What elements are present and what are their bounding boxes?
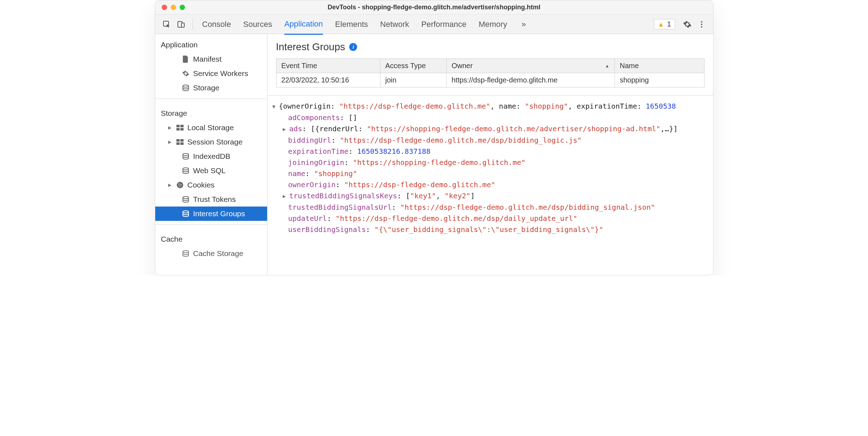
tab-application[interactable]: Application: [284, 14, 323, 35]
svg-rect-10: [180, 128, 184, 131]
expand-icon[interactable]: ▶: [283, 191, 289, 202]
sidebar-item-storage[interactable]: Storage: [155, 81, 267, 95]
sidebar-section-cache: Cache: [155, 228, 267, 246]
svg-point-23: [183, 251, 189, 253]
svg-rect-9: [176, 128, 180, 131]
db-icon: [182, 250, 190, 257]
table-header-row: Event Time Access Type Owner▲ Name: [276, 59, 704, 73]
warning-icon: ▲: [658, 21, 664, 28]
table-row[interactable]: 22/03/2022, 10:50:16 join https://dsp-fl…: [276, 73, 704, 87]
tree-prop-trustedbiddingsignalsurl[interactable]: trustedBiddingSignalsUrl: "https://dsp-f…: [272, 202, 712, 213]
db-icon: [182, 195, 190, 203]
svg-point-6: [183, 85, 189, 87]
sidebar-item-indexeddb[interactable]: IndexedDB: [155, 149, 267, 164]
tree-prop-updateurl[interactable]: updateUrl: "https://dsp-fledge-demo.glit…: [272, 213, 712, 224]
cell-owner: https://dsp-fledge-demo.glitch.me: [446, 73, 615, 87]
svg-point-17: [177, 182, 183, 188]
tree-prop-name[interactable]: name: "shopping": [272, 168, 712, 179]
panel-tabs: Console Sources Application Elements Net…: [202, 14, 528, 34]
sidebar-item-cache-storage[interactable]: Cache Storage: [155, 246, 267, 261]
expand-icon[interactable]: ▶: [167, 139, 172, 144]
device-toolbar-button[interactable]: [174, 17, 188, 32]
sidebar-item-label: Web SQL: [193, 166, 226, 175]
devtools-window: DevTools - shopping-fledge-demo.glitch.m…: [155, 0, 713, 275]
sidebar-item-label: Cache Storage: [193, 249, 243, 258]
tab-network[interactable]: Network: [380, 15, 409, 34]
tree-prop-trustedbiddingsignalskeys[interactable]: ▶trustedBiddingSignalsKeys: ["key1", "ke…: [272, 190, 712, 202]
tab-performance[interactable]: Performance: [421, 15, 466, 34]
events-table: Event Time Access Type Owner▲ Name 22/03…: [276, 58, 705, 87]
tree-prop-biddingurl[interactable]: biddingUrl: "https://dsp-fledge-demo.gli…: [272, 135, 712, 146]
sidebar-item-session-storage[interactable]: ▶ Session Storage: [155, 135, 267, 149]
kebab-menu-button[interactable]: [694, 17, 709, 32]
svg-rect-12: [180, 139, 184, 142]
application-sidebar: Application Manifest Service Workers: [155, 34, 267, 275]
main-toolbar: Console Sources Application Elements Net…: [155, 15, 713, 34]
svg-point-4: [701, 24, 702, 25]
gear-icon: [182, 70, 190, 77]
tab-sources[interactable]: Sources: [243, 15, 272, 34]
tree-root[interactable]: ▼{ownerOrigin: "https://dsp-fledge-demo.…: [272, 101, 712, 112]
sidebar-item-label: Storage: [193, 84, 220, 92]
tab-elements[interactable]: Elements: [335, 15, 368, 34]
inspect-element-button[interactable]: [160, 17, 174, 32]
svg-point-19: [180, 184, 181, 185]
tree-prop-userbiddingsignals[interactable]: userBiddingSignals: "{\"user_bidding_sig…: [272, 224, 712, 235]
sidebar-item-trust-tokens[interactable]: Trust Tokens: [155, 192, 267, 207]
svg-point-21: [183, 196, 189, 199]
sidebar-item-label: Session Storage: [188, 138, 243, 146]
sidebar-item-manifest[interactable]: Manifest: [155, 52, 267, 66]
warning-count: 1: [667, 20, 671, 28]
svg-rect-2: [181, 23, 184, 27]
tree-prop-joiningorigin[interactable]: joiningOrigin: "https://shopping-fledge-…: [272, 157, 712, 168]
col-name[interactable]: Name: [615, 59, 704, 73]
info-icon[interactable]: i: [349, 43, 357, 51]
panel-body: Application Manifest Service Workers: [155, 34, 713, 275]
expand-icon[interactable]: ▶: [283, 124, 289, 135]
tab-console[interactable]: Console: [202, 15, 231, 34]
grid-icon: [176, 124, 184, 132]
sidebar-item-label: Local Storage: [188, 123, 234, 132]
settings-button[interactable]: [680, 17, 694, 32]
sidebar-item-cookies[interactable]: ▶ Cookies: [155, 178, 267, 192]
sidebar-section-storage: Storage: [155, 103, 267, 120]
sidebar-item-local-storage[interactable]: ▶ Local Storage: [155, 120, 267, 135]
sidebar-item-interest-groups[interactable]: Interest Groups: [155, 207, 267, 221]
svg-rect-14: [180, 142, 184, 145]
expand-icon[interactable]: ▶: [167, 125, 172, 130]
svg-point-5: [701, 26, 702, 28]
cell-name: shopping: [615, 73, 704, 87]
main-panel: Interest Groups i Event Time Access Type…: [267, 34, 713, 275]
svg-rect-7: [176, 125, 180, 127]
expand-icon[interactable]: ▶: [167, 183, 172, 188]
warnings-badge[interactable]: ▲ 1: [654, 19, 675, 29]
tree-prop-ads[interactable]: ▶ads: [{renderUrl: "https://shopping-fle…: [272, 123, 712, 135]
db-icon: [182, 152, 190, 160]
collapse-icon[interactable]: ▼: [272, 101, 279, 112]
object-detail-tree[interactable]: ▼{ownerOrigin: "https://dsp-fledge-demo.…: [267, 95, 713, 275]
sidebar-item-websql[interactable]: Web SQL: [155, 164, 267, 178]
toolbar-divider: [193, 19, 193, 30]
sidebar-item-service-workers[interactable]: Service Workers: [155, 66, 267, 81]
sidebar-item-label: Manifest: [193, 55, 222, 63]
tree-prop-ownerorigin[interactable]: ownerOrigin: "https://dsp-fledge-demo.gl…: [272, 179, 712, 190]
grid-icon: [176, 138, 184, 146]
cookie-icon: [176, 181, 184, 189]
col-event-time[interactable]: Event Time: [276, 59, 380, 73]
sidebar-item-label: Cookies: [188, 181, 215, 189]
tree-prop-expirationtime[interactable]: expirationTime: 1650538216.837188: [272, 146, 712, 157]
tab-memory[interactable]: Memory: [479, 15, 507, 34]
panel-heading: Interest Groups i: [267, 34, 713, 58]
window-title: DevTools - shopping-fledge-demo.glitch.m…: [155, 4, 713, 11]
tree-prop-adcomponents[interactable]: adComponents: []: [272, 112, 712, 123]
col-access-type[interactable]: Access Type: [380, 59, 446, 73]
db-icon: [182, 167, 190, 175]
cell-event-time: 22/03/2022, 10:50:16: [276, 73, 380, 87]
svg-point-22: [183, 211, 189, 213]
svg-rect-8: [180, 125, 184, 127]
more-tabs-button[interactable]: »: [519, 17, 528, 32]
col-owner[interactable]: Owner▲: [446, 59, 615, 73]
sidebar-item-label: IndexedDB: [193, 152, 231, 161]
svg-point-3: [701, 21, 702, 23]
sidebar-item-label: Interest Groups: [193, 209, 245, 218]
